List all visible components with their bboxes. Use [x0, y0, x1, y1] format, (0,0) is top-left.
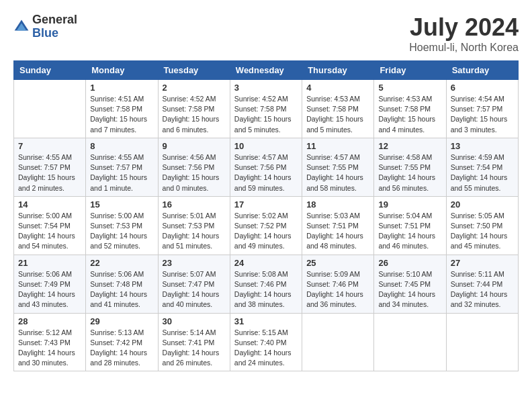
- day-info: Sunrise: 5:02 AMSunset: 7:52 PMDaylight:…: [234, 211, 298, 252]
- calendar-cell: 21Sunrise: 5:06 AMSunset: 7:49 PMDayligh…: [14, 255, 86, 313]
- day-info: Sunrise: 5:07 AMSunset: 7:47 PMDaylight:…: [163, 269, 226, 310]
- day-info: Sunrise: 4:53 AMSunset: 7:58 PMDaylight:…: [378, 94, 441, 135]
- calendar-header-monday: Monday: [86, 61, 158, 80]
- day-info: Sunrise: 5:15 AMSunset: 7:40 PMDaylight:…: [234, 328, 298, 369]
- calendar-cell: 1Sunrise: 4:51 AMSunset: 7:58 PMDaylight…: [86, 80, 158, 138]
- day-number: 6: [451, 83, 514, 93]
- calendar-cell: 26Sunrise: 5:10 AMSunset: 7:45 PMDayligh…: [374, 255, 446, 313]
- day-info: Sunrise: 4:56 AMSunset: 7:56 PMDaylight:…: [163, 152, 226, 193]
- calendar-cell: 3Sunrise: 4:52 AMSunset: 7:58 PMDaylight…: [230, 80, 302, 138]
- calendar-week-row: 14Sunrise: 5:00 AMSunset: 7:54 PMDayligh…: [14, 196, 519, 255]
- day-number: 22: [90, 258, 153, 268]
- day-number: 20: [451, 199, 514, 210]
- day-number: 26: [378, 258, 441, 268]
- day-number: 3: [234, 83, 298, 93]
- day-info: Sunrise: 5:09 AMSunset: 7:46 PMDaylight:…: [306, 269, 369, 310]
- day-info: Sunrise: 4:57 AMSunset: 7:56 PMDaylight:…: [234, 152, 298, 193]
- calendar-cell: 22Sunrise: 5:06 AMSunset: 7:48 PMDayligh…: [86, 255, 158, 313]
- day-info: Sunrise: 5:00 AMSunset: 7:54 PMDaylight:…: [18, 211, 81, 252]
- day-info: Sunrise: 5:13 AMSunset: 7:42 PMDaylight:…: [90, 328, 153, 369]
- day-info: Sunrise: 5:06 AMSunset: 7:48 PMDaylight:…: [90, 269, 153, 310]
- day-number: 24: [234, 258, 298, 268]
- logo-blue-text: Blue: [32, 27, 77, 40]
- calendar-cell: [446, 313, 518, 371]
- day-info: Sunrise: 5:03 AMSunset: 7:51 PMDaylight:…: [306, 211, 369, 252]
- day-info: Sunrise: 4:52 AMSunset: 7:58 PMDaylight:…: [163, 94, 226, 135]
- day-number: 13: [451, 141, 514, 151]
- calendar-cell: 24Sunrise: 5:08 AMSunset: 7:46 PMDayligh…: [230, 255, 302, 313]
- day-number: 12: [378, 141, 441, 151]
- day-number: 25: [306, 258, 369, 268]
- calendar-cell: 6Sunrise: 4:54 AMSunset: 7:57 PMDaylight…: [446, 80, 518, 138]
- calendar-cell: 18Sunrise: 5:03 AMSunset: 7:51 PMDayligh…: [302, 196, 374, 255]
- logo-general-text: General: [32, 13, 77, 27]
- calendar-header-thursday: Thursday: [302, 61, 374, 80]
- calendar-table: SundayMondayTuesdayWednesdayThursdayFrid…: [13, 60, 519, 371]
- logo-icon: [13, 19, 30, 35]
- calendar-header-saturday: Saturday: [446, 61, 518, 80]
- day-info: Sunrise: 5:05 AMSunset: 7:50 PMDaylight:…: [451, 211, 514, 252]
- logo-text: General Blue: [32, 13, 77, 40]
- day-number: 4: [306, 83, 369, 93]
- calendar-header-friday: Friday: [374, 61, 446, 80]
- calendar-cell: 10Sunrise: 4:57 AMSunset: 7:56 PMDayligh…: [230, 138, 302, 196]
- calendar-header-wednesday: Wednesday: [230, 61, 302, 80]
- day-number: 7: [18, 141, 81, 151]
- day-number: 9: [163, 141, 226, 151]
- day-number: 18: [306, 199, 369, 210]
- calendar-cell: 23Sunrise: 5:07 AMSunset: 7:47 PMDayligh…: [158, 255, 230, 313]
- calendar-week-row: 1Sunrise: 4:51 AMSunset: 7:58 PMDaylight…: [14, 80, 519, 138]
- day-number: 28: [18, 316, 81, 326]
- day-info: Sunrise: 4:51 AMSunset: 7:58 PMDaylight:…: [90, 94, 153, 135]
- calendar-cell: 4Sunrise: 4:53 AMSunset: 7:58 PMDaylight…: [302, 80, 374, 138]
- calendar-cell: 13Sunrise: 4:59 AMSunset: 7:54 PMDayligh…: [446, 138, 518, 196]
- calendar-header-row: SundayMondayTuesdayWednesdayThursdayFrid…: [14, 61, 519, 80]
- day-number: 27: [451, 258, 514, 268]
- calendar-cell: 29Sunrise: 5:13 AMSunset: 7:42 PMDayligh…: [86, 313, 158, 371]
- day-info: Sunrise: 4:52 AMSunset: 7:58 PMDaylight:…: [234, 94, 298, 135]
- calendar-cell: 11Sunrise: 4:57 AMSunset: 7:55 PMDayligh…: [302, 138, 374, 196]
- calendar-week-row: 21Sunrise: 5:06 AMSunset: 7:49 PMDayligh…: [14, 255, 519, 313]
- day-number: 11: [306, 141, 369, 151]
- day-info: Sunrise: 5:04 AMSunset: 7:51 PMDaylight:…: [378, 211, 441, 252]
- day-info: Sunrise: 4:53 AMSunset: 7:58 PMDaylight:…: [306, 94, 369, 135]
- day-info: Sunrise: 5:00 AMSunset: 7:53 PMDaylight:…: [90, 211, 153, 252]
- calendar-cell: 12Sunrise: 4:58 AMSunset: 7:55 PMDayligh…: [374, 138, 446, 196]
- month-title: July 2024: [409, 13, 519, 42]
- calendar-cell: 8Sunrise: 4:55 AMSunset: 7:57 PMDaylight…: [86, 138, 158, 196]
- day-info: Sunrise: 5:10 AMSunset: 7:45 PMDaylight:…: [378, 269, 441, 310]
- day-number: 8: [90, 141, 153, 151]
- day-number: 17: [234, 199, 298, 210]
- calendar-week-row: 28Sunrise: 5:12 AMSunset: 7:43 PMDayligh…: [14, 313, 519, 371]
- location-title: Hoemul-li, North Korea: [409, 42, 519, 54]
- calendar-cell: 19Sunrise: 5:04 AMSunset: 7:51 PMDayligh…: [374, 196, 446, 255]
- day-number: 14: [18, 199, 81, 210]
- day-number: 5: [378, 83, 441, 93]
- calendar-header-sunday: Sunday: [14, 61, 86, 80]
- day-info: Sunrise: 4:55 AMSunset: 7:57 PMDaylight:…: [90, 152, 153, 193]
- calendar-header-tuesday: Tuesday: [158, 61, 230, 80]
- calendar-cell: 20Sunrise: 5:05 AMSunset: 7:50 PMDayligh…: [446, 196, 518, 255]
- calendar-cell: 16Sunrise: 5:01 AMSunset: 7:53 PMDayligh…: [158, 196, 230, 255]
- day-number: 1: [90, 83, 153, 93]
- logo: General Blue: [13, 13, 77, 40]
- day-info: Sunrise: 4:55 AMSunset: 7:57 PMDaylight:…: [18, 152, 81, 193]
- day-info: Sunrise: 5:08 AMSunset: 7:46 PMDaylight:…: [234, 269, 298, 310]
- calendar-week-row: 7Sunrise: 4:55 AMSunset: 7:57 PMDaylight…: [14, 138, 519, 196]
- day-number: 21: [18, 258, 81, 268]
- calendar-cell: 9Sunrise: 4:56 AMSunset: 7:56 PMDaylight…: [158, 138, 230, 196]
- calendar-cell: [14, 80, 86, 138]
- calendar-cell: 30Sunrise: 5:14 AMSunset: 7:41 PMDayligh…: [158, 313, 230, 371]
- calendar-cell: 28Sunrise: 5:12 AMSunset: 7:43 PMDayligh…: [14, 313, 86, 371]
- day-info: Sunrise: 5:11 AMSunset: 7:44 PMDaylight:…: [451, 269, 514, 310]
- day-number: 2: [163, 83, 226, 93]
- day-number: 15: [90, 199, 153, 210]
- day-number: 31: [234, 316, 298, 326]
- calendar-cell: 31Sunrise: 5:15 AMSunset: 7:40 PMDayligh…: [230, 313, 302, 371]
- calendar-cell: 15Sunrise: 5:00 AMSunset: 7:53 PMDayligh…: [86, 196, 158, 255]
- day-number: 10: [234, 141, 298, 151]
- day-number: 29: [90, 316, 153, 326]
- day-number: 30: [163, 316, 226, 326]
- calendar-cell: 25Sunrise: 5:09 AMSunset: 7:46 PMDayligh…: [302, 255, 374, 313]
- calendar-cell: [302, 313, 374, 371]
